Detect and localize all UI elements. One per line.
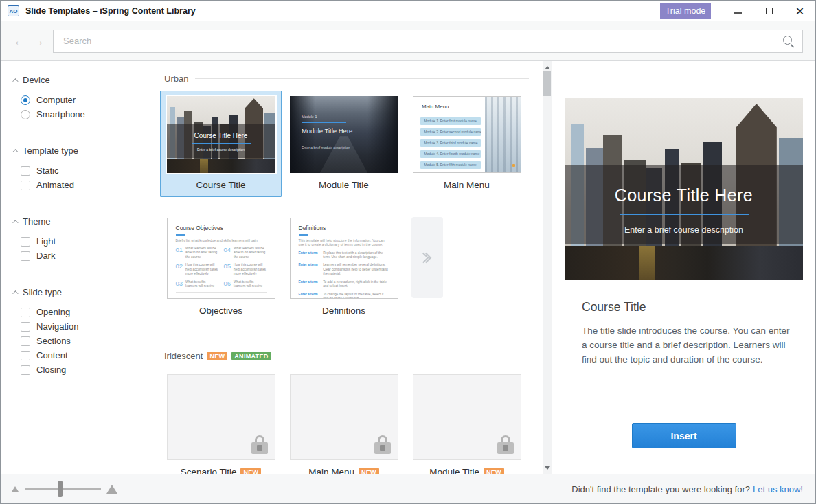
section-divider: [278, 356, 529, 356]
back-button[interactable]: ←: [10, 34, 29, 49]
template-tile-scenario-title-locked[interactable]: Scenario TitleNEW: [160, 369, 282, 474]
chevron-up-icon: [12, 78, 18, 84]
checkbox-icon: [21, 336, 30, 346]
chevron-up-icon: [12, 149, 18, 154]
window-title: Slide Templates – iSpring Content Librar…: [25, 6, 196, 16]
thumbnail-size-slider: [12, 485, 117, 494]
status-bar: Didn't find the template you were lookin…: [1, 474, 815, 503]
radio-smartphone[interactable]: Smartphone: [1, 107, 157, 122]
checkbox-light[interactable]: Light: [1, 234, 157, 249]
template-name: Module Title: [429, 467, 479, 474]
checkbox-icon: [21, 351, 30, 360]
new-badge: NEW: [207, 352, 227, 360]
template-description: The title slide introduces the course. Y…: [582, 323, 793, 367]
lock-icon: [251, 435, 269, 454]
new-badge: NEW: [484, 468, 504, 474]
template-name: Course Title: [196, 180, 245, 190]
checkbox-icon: [21, 322, 30, 332]
template-name: Module Title: [319, 180, 369, 190]
checkbox-navigation[interactable]: Navigation: [1, 319, 157, 334]
vertical-scrollbar[interactable]: [543, 61, 552, 474]
checkbox-content[interactable]: Content: [1, 348, 157, 363]
scrollbar-thumb[interactable]: [543, 71, 551, 96]
insert-button[interactable]: Insert: [632, 423, 736, 448]
checkbox-sections[interactable]: Sections: [1, 334, 157, 348]
checkbox-opening[interactable]: Opening: [1, 305, 157, 319]
slide-thumbnail-image: Main Menu Module 1. Enter first module n…: [413, 96, 521, 173]
maximize-icon: [766, 8, 773, 14]
locked-thumbnail-placeholder: [167, 374, 275, 460]
minimize-button[interactable]: [723, 1, 753, 21]
checkbox-animated[interactable]: Animated: [1, 178, 157, 192]
preview-slide-title: Course Title Here: [565, 185, 803, 205]
app-icon: AO: [8, 5, 19, 16]
search-input[interactable]: [53, 30, 803, 53]
template-name: Scenario Title: [181, 467, 237, 474]
slide-thumbnail-image: Module 1 Module Title Here Enter a brief…: [290, 96, 398, 173]
template-tile-main-menu[interactable]: Main Menu Module 1. Enter first module n…: [406, 91, 528, 197]
chevron-up-icon: [12, 220, 18, 225]
template-tile-main-menu-locked[interactable]: Main MenuNEW: [283, 369, 405, 474]
selected-template-name: Course Title: [582, 300, 793, 314]
app-window: AO Slide Templates – iSpring Content Lib…: [0, 0, 816, 504]
slide-thumbnail-image: Course Title Here Enter a brief course d…: [167, 96, 275, 173]
checkbox-icon: [21, 166, 30, 176]
radio-computer[interactable]: Computer: [1, 93, 157, 107]
template-tile-objectives[interactable]: Course Objectives Briefly list what know…: [160, 212, 282, 323]
template-tile-course-title[interactable]: Course Title Here Enter a brief course d…: [160, 91, 282, 197]
checkbox-closing[interactable]: Closing: [1, 363, 157, 377]
checkbox-static[interactable]: Static: [1, 163, 157, 178]
titlebar: AO Slide Templates – iSpring Content Lib…: [1, 1, 815, 21]
chevron-up-icon: [12, 290, 18, 296]
section-divider: [195, 78, 529, 79]
minimize-icon: [734, 12, 742, 14]
template-tile-definitions[interactable]: Definitions This template will help stru…: [283, 212, 405, 323]
checkbox-icon: [21, 365, 30, 375]
checkbox-dark[interactable]: Dark: [1, 249, 157, 263]
template-gallery: Urban: [157, 61, 543, 474]
section-title-iridescent: Iridescent: [164, 351, 203, 361]
preview-panel: Course Title Here Enter a brief course d…: [552, 61, 815, 474]
template-name: Main Menu: [308, 467, 354, 474]
zoom-in-icon[interactable]: [106, 485, 117, 494]
maximize-button[interactable]: [753, 1, 784, 21]
section-title-urban: Urban: [164, 73, 188, 84]
filter-group-slide-type[interactable]: Slide type: [1, 286, 157, 298]
forward-button[interactable]: →: [29, 34, 47, 49]
template-name: Definitions: [322, 306, 365, 316]
close-icon: ✕: [795, 5, 804, 18]
filter-group-theme[interactable]: Theme: [1, 216, 157, 227]
filter-group-template-type[interactable]: Template type: [1, 145, 157, 157]
slide-thumbnail-image: Definitions This template will help stru…: [290, 218, 398, 299]
lock-icon: [497, 435, 514, 454]
template-name: Objectives: [199, 306, 242, 316]
template-tile-module-title[interactable]: Module 1 Module Title Here Enter a brief…: [283, 91, 405, 197]
show-more-button[interactable]: [411, 217, 443, 298]
slider-track[interactable]: [25, 488, 101, 490]
locked-thumbnail-placeholder: [290, 374, 398, 460]
search-icon[interactable]: [782, 35, 795, 47]
checkbox-icon: [21, 237, 30, 247]
divider-line: [620, 214, 749, 215]
filter-group-device[interactable]: Device: [1, 74, 157, 86]
template-tile-module-title-locked[interactable]: Module TitleNEW: [406, 369, 528, 474]
radio-icon: [21, 95, 30, 105]
preview-slide-subtitle: Enter a brief course description: [565, 225, 803, 235]
let-us-know-link[interactable]: Let us know!: [753, 484, 803, 494]
lock-icon: [374, 435, 392, 454]
trial-mode-badge: Trial mode: [660, 3, 711, 19]
animated-badge: ANIMATED: [231, 352, 271, 360]
checkbox-icon: [21, 308, 30, 317]
zoom-out-icon[interactable]: [12, 486, 19, 492]
close-button[interactable]: ✕: [784, 1, 815, 21]
radio-icon: [21, 110, 30, 119]
template-preview-image: Course Title Here Enter a brief course d…: [565, 98, 803, 280]
checkbox-icon: [21, 181, 30, 190]
new-badge: NEW: [359, 468, 379, 474]
template-name: Main Menu: [444, 180, 490, 190]
arrow-up-icon: [545, 66, 550, 69]
filter-sidebar: Device Computer Smartphone Template type…: [1, 61, 157, 474]
scroll-down-button[interactable]: [543, 463, 552, 472]
slider-handle[interactable]: [58, 481, 63, 497]
locked-thumbnail-placeholder: [413, 374, 521, 460]
